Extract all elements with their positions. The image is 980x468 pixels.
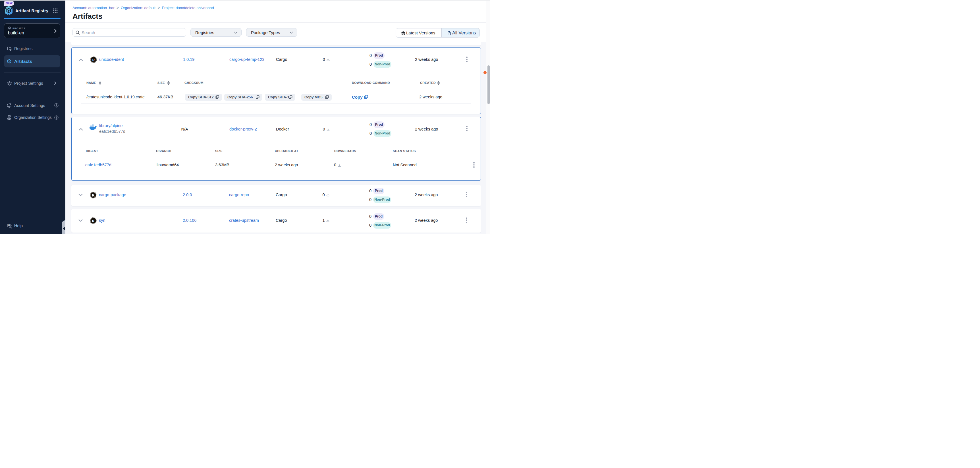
svg-text:R: R xyxy=(92,58,95,62)
svg-text:?: ? xyxy=(8,224,10,226)
svg-text:R: R xyxy=(92,193,95,197)
svg-text:R: R xyxy=(92,219,95,223)
